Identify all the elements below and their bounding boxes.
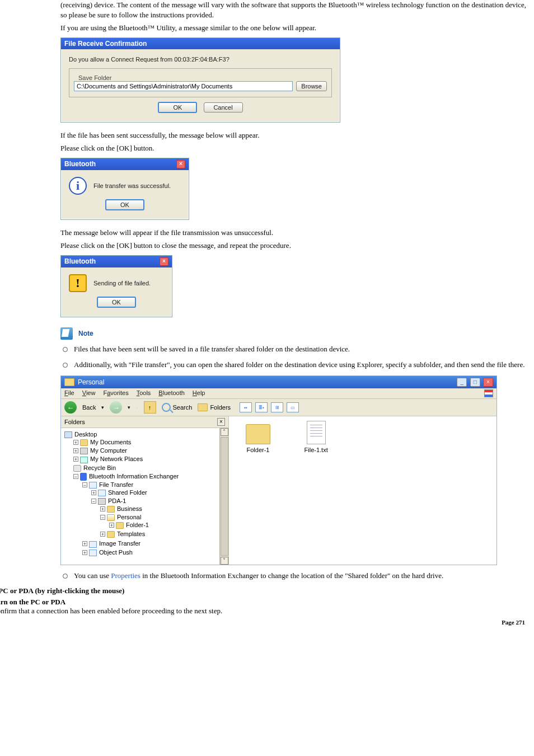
back-label[interactable]: Back: [82, 404, 96, 411]
text-file-icon: [307, 421, 326, 444]
view-details-btn[interactable]: ▭: [287, 402, 299, 412]
tree-my-documents[interactable]: +My Documents: [73, 438, 218, 447]
search-button[interactable]: Search: [162, 403, 193, 412]
tree-object-push[interactable]: +Object Push: [82, 548, 218, 557]
tree-file-transfer[interactable]: −File Transfer +Shared Folder −PDA-1 +Bu…: [82, 481, 218, 540]
dialog1-cancel-button[interactable]: Cancel: [204, 102, 243, 112]
content-file1[interactable]: File-1.txt: [294, 421, 339, 453]
menu-favorites[interactable]: Favorites: [103, 389, 128, 397]
warning-icon: !: [69, 274, 87, 292]
scroll-down-icon[interactable]: ˅: [221, 557, 228, 565]
tree-image-transfer[interactable]: +Image Transfer: [82, 539, 218, 548]
dialog1-question: Do you allow a Connect Request from 00:0…: [69, 56, 332, 63]
mid2-paragraph-1: The message below will appear if the fil…: [60, 228, 530, 238]
tree-shared-folder[interactable]: +Shared Folder: [91, 489, 218, 497]
dialog3-ok-button[interactable]: OK: [97, 297, 136, 308]
note-item-1: Files that have been sent will be saved …: [60, 344, 530, 354]
tree-bt-exchanger[interactable]: −Bluetooth Information Exchanger −File T…: [73, 472, 218, 557]
dialog1-ok-button[interactable]: OK: [158, 102, 197, 113]
minimize-button[interactable]: _: [457, 378, 467, 387]
sidebar-title: Folders: [64, 419, 85, 425]
step-1: Turn on the PC or PDA Confirm that a con…: [0, 598, 534, 616]
forward-button[interactable]: →: [110, 401, 122, 414]
mid2-paragraph-2: Please click on the [OK] button to close…: [60, 241, 530, 251]
bluetooth-success-dialog: Bluetooth × i File transfer was successf…: [60, 158, 189, 220]
back-button[interactable]: ←: [64, 401, 77, 414]
tree-business[interactable]: +Business: [100, 505, 218, 513]
view-list-btn[interactable]: ≣▪: [255, 402, 268, 412]
mid-paragraph-2: Please click on the [OK] button.: [60, 143, 530, 153]
menu-view[interactable]: View: [82, 389, 96, 397]
explorer-content-area: Folder-1 File-1.txt: [229, 416, 496, 565]
tree-pda1[interactable]: −PDA-1 +Business −Personal +Folder-1: [91, 497, 218, 539]
dialog3-title: Bluetooth: [64, 257, 96, 265]
menu-help[interactable]: Help: [193, 389, 205, 397]
dialog2-close-icon[interactable]: ×: [176, 160, 185, 168]
save-folder-path-input[interactable]: [74, 81, 293, 91]
window-close-button[interactable]: ×: [483, 378, 493, 387]
mid-paragraph-1: If the file has been sent successfully, …: [60, 130, 530, 140]
intro-paragraph-2: If you are using the Bluetooth™ Utility,…: [60, 23, 530, 33]
note-title: Note: [78, 330, 93, 337]
menu-file[interactable]: File: [64, 389, 74, 397]
sidebar-close-button[interactable]: ×: [217, 418, 225, 426]
note2-item: You can use Properties in the Bluetooth …: [60, 571, 530, 581]
tree-recycle-bin[interactable]: Recycle Bin: [73, 464, 218, 472]
search-icon: [162, 403, 171, 412]
dialog2-ok-button[interactable]: OK: [105, 199, 144, 210]
intro-paragraph-1: (receiving) device. The content of the m…: [60, 0, 530, 20]
explorer-folder-icon: [64, 378, 74, 386]
step1-title: Turn on the PC or PDA: [0, 598, 65, 606]
tree-templates[interactable]: +Templates: [100, 530, 218, 538]
file-receive-confirmation-dialog: File Receive Confirmation Do you allow a…: [60, 37, 340, 123]
bluetooth-failure-dialog: Bluetooth × ! Sending of file failed. OK: [60, 255, 172, 317]
note-item-2: Additionally, with "File transfer", you …: [60, 360, 530, 370]
dialog1-title: File Receive Confirmation: [64, 40, 147, 48]
page-number: Page 271: [0, 619, 534, 626]
tree-personal[interactable]: −Personal +Folder-1: [100, 513, 218, 530]
browse-button[interactable]: Browse: [296, 81, 327, 91]
properties-link[interactable]: Properties: [111, 571, 140, 580]
view-icons-btn[interactable]: ▪▪: [240, 402, 252, 412]
dialog2-title: Bluetooth: [64, 160, 96, 168]
info-icon: i: [69, 177, 87, 195]
explorer-menubar: File View Favorites Tools Bluetooth Help: [61, 388, 496, 399]
folder-tree: Desktop +My Documents +My Computer +My N…: [61, 428, 219, 565]
folders-icon: [198, 403, 208, 411]
menu-tools[interactable]: Tools: [137, 389, 151, 397]
step1-body: Confirm that a connection has been enabl…: [0, 607, 222, 615]
dialog3-close-icon[interactable]: ×: [160, 257, 168, 266]
menu-bluetooth[interactable]: Bluetooth: [158, 389, 185, 397]
scroll-up-icon[interactable]: ˄: [221, 428, 228, 436]
tree-my-computer[interactable]: +My Computer: [73, 447, 218, 455]
tree-scrollbar[interactable]: ˄ ˅: [219, 428, 228, 565]
explorer-title: Personal: [78, 378, 104, 386]
tree-my-network[interactable]: +My Network Places: [73, 455, 218, 463]
view-thumb-btn[interactable]: ⊞: [271, 402, 283, 412]
tree-desktop[interactable]: Desktop +My Documents +My Computer +My N…: [64, 430, 218, 557]
tree-folder1[interactable]: +Folder-1: [109, 521, 218, 529]
dialog3-message: Sending of file failed.: [93, 280, 151, 287]
up-button[interactable]: ↑: [144, 401, 156, 414]
section-title: ■Sending files to a PC or PDA (by right-…: [0, 586, 534, 595]
folders-button[interactable]: Folders: [198, 403, 231, 411]
folder-icon: [246, 424, 270, 444]
windows-flag-icon: [484, 389, 493, 397]
dialog2-message: File transfer was successful.: [93, 182, 171, 189]
content-folder1[interactable]: Folder-1: [236, 424, 280, 453]
explorer-window: Personal _ □ × File View Favorites Tools…: [60, 375, 497, 565]
note-icon: [60, 327, 73, 340]
maximize-button[interactable]: □: [470, 378, 480, 387]
explorer-toolbar: ← Back▾ →▾ · ↑ Search Folders ▪▪ ≣▪ ⊞ ▭: [61, 399, 496, 416]
save-folder-frame-label: Save Folder: [76, 74, 114, 81]
